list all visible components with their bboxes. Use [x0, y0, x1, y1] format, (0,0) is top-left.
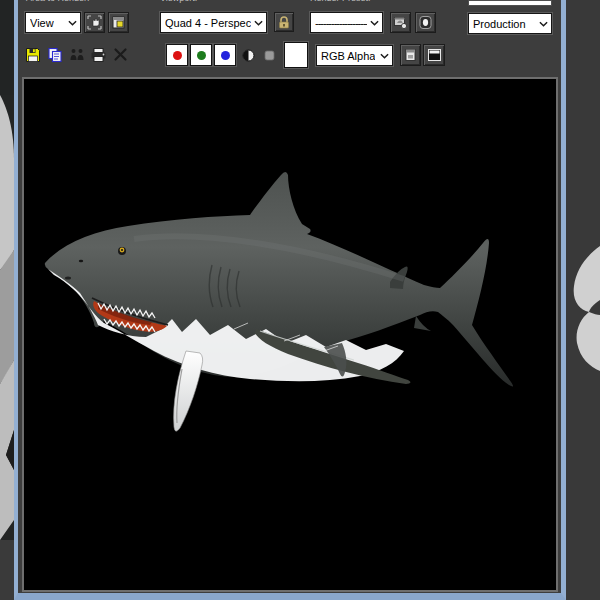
- shark-nostril: [79, 260, 83, 263]
- monochrome-icon: [242, 49, 255, 62]
- chevron-down-icon: [370, 20, 379, 26]
- area-to-render-dropdown[interactable]: View: [25, 12, 81, 33]
- render-preset-label: Render Preset:: [310, 0, 371, 3]
- blue-channel-icon: [221, 51, 230, 60]
- chevron-down-icon: [68, 20, 77, 26]
- green-channel-icon: [197, 51, 206, 60]
- blue-channel-button[interactable]: [214, 44, 236, 66]
- render-mode-value: Production: [473, 18, 526, 30]
- window-content: Area to Render: Viewport: Render Preset:…: [18, 0, 561, 593]
- channel-display-dropdown[interactable]: RGB Alpha: [316, 45, 393, 66]
- viewport-label: Viewport:: [160, 0, 197, 3]
- desktop-background-right: [566, 0, 600, 600]
- hand-region-icon: [87, 15, 102, 30]
- render-preset-dropdown[interactable]: ---------------------: [310, 12, 383, 33]
- clear-color-swatch[interactable]: [284, 42, 308, 68]
- chevron-down-icon: [380, 53, 389, 59]
- save-icon: [25, 47, 41, 63]
- channel-display-value: RGB Alpha: [321, 50, 375, 62]
- print-icon: [90, 47, 107, 63]
- background-grayscale-image-right: [566, 0, 600, 600]
- environment-effects-icon: [418, 15, 433, 30]
- area-to-render-label: Area to Render:: [26, 0, 90, 3]
- render-preset-value: ---------------------: [315, 17, 367, 29]
- render-mode-dropdown[interactable]: Production: [468, 13, 552, 34]
- viewport-value: Quad 4 - Perspec: [165, 17, 251, 29]
- environment-effects-button[interactable]: [415, 12, 436, 33]
- red-channel-icon: [173, 51, 182, 60]
- alpha-channel-button[interactable]: [260, 44, 278, 66]
- render-canvas[interactable]: [22, 77, 558, 592]
- chevron-down-icon: [539, 21, 548, 27]
- toggle-ui-button[interactable]: [423, 44, 445, 66]
- auto-region-icon: [111, 15, 126, 30]
- alpha-channel-icon: [264, 50, 275, 61]
- red-channel-button[interactable]: [166, 44, 188, 66]
- green-channel-button[interactable]: [190, 44, 212, 66]
- overlay-icon: [404, 48, 417, 62]
- render-setup-icon: [393, 15, 408, 30]
- clear-x-icon: [113, 47, 128, 62]
- background-grayscale-image-left: [0, 0, 14, 600]
- chevron-down-icon: [254, 20, 263, 26]
- rendered-shark-image: [24, 79, 556, 590]
- viewport-dropdown[interactable]: Quad 4 - Perspec: [160, 12, 267, 33]
- shark-snout-shadow: [65, 277, 71, 280]
- print-image-button[interactable]: [88, 44, 109, 65]
- overlay-button[interactable]: [400, 44, 421, 66]
- copy-icon: [47, 47, 63, 63]
- rendered-frame-window: Area to Render: Viewport: Render Preset:…: [14, 0, 566, 600]
- edit-region-button[interactable]: [84, 12, 105, 33]
- copy-image-button[interactable]: [44, 44, 65, 65]
- desktop-background-left: [0, 0, 14, 600]
- save-image-button[interactable]: [22, 44, 43, 65]
- clone-rendered-frame-button[interactable]: [66, 44, 87, 65]
- monochrome-button[interactable]: [238, 44, 258, 66]
- clear-button[interactable]: [110, 44, 131, 65]
- render-setup-button[interactable]: [390, 12, 411, 33]
- lock-icon: [278, 16, 290, 29]
- toggle-ui-icon: [427, 48, 442, 62]
- cutoff-dropdown-top[interactable]: [468, 0, 552, 6]
- auto-region-selected-button[interactable]: [108, 12, 129, 33]
- lock-to-viewport-button[interactable]: [274, 12, 294, 32]
- shark-eye: [118, 247, 126, 255]
- clone-window-icon: [69, 47, 85, 63]
- area-to-render-value: View: [30, 17, 54, 29]
